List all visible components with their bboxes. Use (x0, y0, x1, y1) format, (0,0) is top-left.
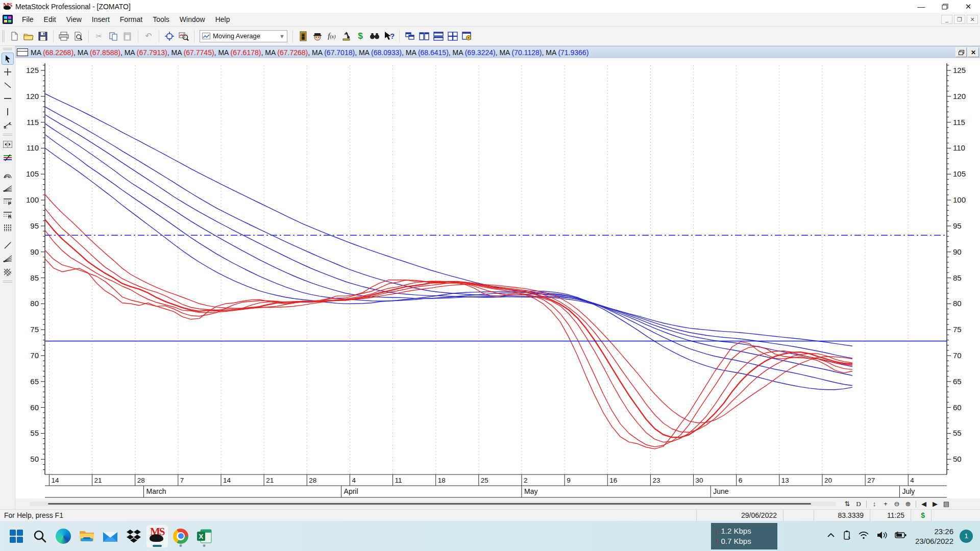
menu-view[interactable]: View (61, 13, 87, 26)
dropbox-icon[interactable] (122, 524, 145, 548)
expert-advisor-button[interactable] (310, 29, 325, 43)
scroll-right-button[interactable]: ▶ (930, 499, 940, 508)
start-button[interactable] (5, 524, 28, 548)
child-minimize-button[interactable]: _ (941, 15, 952, 24)
net-speed-widget[interactable]: ↓1.2 Kbps ↑0.7 Kbps (711, 523, 777, 549)
vertical-line-tool[interactable] (2, 106, 14, 118)
minimize-button[interactable]: — (910, 0, 933, 13)
fit-vertical-button[interactable]: ↕ (869, 499, 879, 508)
refresh-button[interactable]: ⇅ (842, 499, 852, 508)
svg-text:60: 60 (953, 403, 962, 412)
ma-header-bar[interactable]: MA (68.2268), MA (67.8588), MA (67.7913)… (15, 46, 980, 58)
menu-file[interactable]: File (17, 13, 39, 26)
trendline-tool[interactable] (2, 79, 14, 91)
tile-grid-button[interactable] (446, 29, 460, 43)
svg-text:105: 105 (26, 169, 39, 178)
palette-grip[interactable] (3, 48, 12, 50)
palette-grip-2[interactable] (3, 134, 12, 136)
notification-badge[interactable]: 1 (960, 530, 973, 543)
fibonacci-arcs-tool[interactable] (2, 169, 14, 181)
semilog-trendline-tool[interactable]: SL (2, 119, 14, 131)
child-restore-button[interactable]: ❐ (954, 15, 965, 24)
up-arrow-icon: ↑ (715, 537, 719, 545)
horizontal-line-tool[interactable] (2, 92, 14, 105)
edge-icon[interactable] (52, 524, 75, 548)
new-button[interactable] (7, 29, 21, 43)
mail-icon[interactable] (99, 524, 121, 548)
horizontal-scrollbar[interactable] (30, 502, 836, 506)
svg-text:X: X (199, 533, 204, 540)
fibonacci-projection-tool[interactable]: P (2, 195, 14, 208)
fibonacci-retracement-tool[interactable]: R (2, 209, 14, 221)
clock[interactable]: 23:26 23/06/2022 (915, 527, 953, 546)
volume-icon[interactable] (876, 531, 888, 542)
battery-icon[interactable] (895, 531, 907, 541)
indicator-dropdown[interactable]: Moving Average ▼ (200, 30, 287, 42)
print-preview-button[interactable] (71, 29, 85, 43)
paste-button[interactable] (120, 29, 135, 43)
pattern-lattice-tool[interactable] (2, 266, 14, 278)
copy-button[interactable] (106, 29, 120, 43)
print-button[interactable] (57, 29, 71, 43)
usb-icon[interactable] (843, 530, 851, 542)
explorer-door-button[interactable] (296, 29, 310, 43)
save-button[interactable] (36, 29, 50, 43)
svg-text:28: 28 (309, 477, 316, 484)
tile-vertical-button[interactable] (417, 29, 431, 43)
search-button[interactable] (29, 524, 51, 548)
data-window-button[interactable]: ▤ (941, 499, 951, 508)
menu-help[interactable]: Help (210, 13, 235, 26)
menu-insert[interactable]: Insert (87, 13, 115, 26)
menu-format[interactable]: Format (115, 13, 148, 26)
svg-text:July: July (902, 487, 915, 495)
pan-button[interactable]: + (880, 499, 891, 508)
crosshair-tool[interactable] (2, 66, 14, 78)
metastock-taskbar-icon[interactable]: MS (146, 524, 168, 548)
scroll-left-button[interactable]: ◀ (919, 499, 929, 508)
restore-button[interactable] (933, 0, 957, 13)
chrome-icon[interactable] (169, 524, 192, 548)
cut-button[interactable]: ✂ (92, 29, 106, 43)
toolbar-grip[interactable] (2, 30, 5, 42)
tile-horizontal-button[interactable] (431, 29, 446, 43)
child-close-button[interactable]: ✕ (967, 15, 978, 24)
tray-chevron-icon[interactable] (826, 532, 836, 541)
cascade-windows-button[interactable] (403, 29, 417, 43)
wifi-icon[interactable] (858, 531, 869, 542)
indicator-builder-button[interactable]: f(x) (325, 29, 339, 43)
trendline-up-tool[interactable] (2, 239, 14, 252)
fibonacci-timezones-tool[interactable] (2, 222, 14, 234)
status-currency: $ (911, 510, 931, 521)
window-title: MetaStock Professional - [ZOMATO] (15, 3, 131, 11)
palette-grip-3[interactable] (3, 281, 12, 283)
svg-text:16: 16 (609, 477, 617, 484)
zoom-out-button[interactable]: ⊖ (892, 499, 902, 508)
close-button[interactable]: ✕ (957, 0, 980, 13)
periodicity-daily-button[interactable]: D (853, 499, 864, 508)
fibonacci-fan-tool[interactable] (2, 182, 14, 194)
menu-tools[interactable]: Tools (148, 13, 175, 26)
scrollbar-thumb[interactable] (48, 503, 811, 505)
scroll-arrows-tool[interactable] (2, 138, 14, 151)
zoom-tool-button[interactable] (177, 29, 191, 43)
svg-text:90: 90 (953, 247, 962, 256)
window-options-button[interactable] (460, 29, 474, 43)
system-tester-button[interactable] (339, 29, 353, 43)
chart-close-button[interactable]: ✕ (968, 47, 979, 57)
chart-restore-button[interactable] (955, 47, 967, 57)
undo-button[interactable]: ↶ (141, 29, 156, 43)
dollar-button[interactable]: $ (353, 29, 368, 43)
context-help-button[interactable]: ? (382, 29, 396, 43)
search-binoculars-button[interactable] (368, 29, 382, 43)
file-explorer-icon[interactable] (76, 524, 98, 548)
menu-window[interactable]: Window (175, 13, 210, 26)
chart-canvas[interactable]: 1251251201201151151101101051051001009595… (15, 58, 980, 498)
menu-edit[interactable]: Edit (39, 13, 61, 26)
excel-icon[interactable]: X (193, 524, 215, 548)
gmma-lines-tool[interactable] (2, 152, 14, 164)
open-button[interactable] (21, 29, 36, 43)
pointer-tool[interactable] (2, 53, 14, 65)
goto-button[interactable] (162, 29, 177, 43)
zoom-in-button[interactable]: ⊕ (903, 499, 913, 508)
speed-lines-tool[interactable] (2, 253, 14, 265)
